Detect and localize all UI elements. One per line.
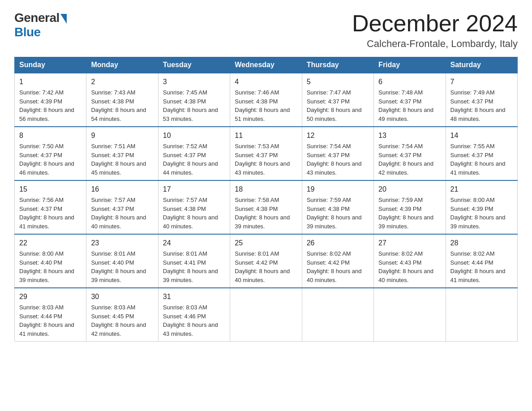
sunrise-text: Sunrise: 7:51 AM <box>91 143 135 150</box>
sunrise-text: Sunrise: 8:01 AM <box>91 250 135 257</box>
daylight-text: Daylight: 8 hours and 40 minutes. <box>307 268 362 283</box>
day-number: 19 <box>307 184 369 195</box>
sunset-text: Sunset: 4:38 PM <box>163 206 206 212</box>
sunrise-text: Sunrise: 7:57 AM <box>163 197 207 203</box>
daylight-text: Daylight: 8 hours and 40 minutes. <box>163 214 218 230</box>
weekday-header: Saturday <box>446 57 517 73</box>
sunset-text: Sunset: 4:37 PM <box>91 206 134 212</box>
sunset-text: Sunset: 4:37 PM <box>307 152 350 158</box>
weekday-header: Sunday <box>15 57 86 73</box>
sunrise-text: Sunrise: 7:58 AM <box>235 197 279 203</box>
day-number: 3 <box>163 77 225 87</box>
sunset-text: Sunset: 4:37 PM <box>19 152 62 158</box>
logo-blue-text: Blue <box>14 25 41 39</box>
daylight-text: Daylight: 8 hours and 43 minutes. <box>163 321 218 337</box>
calendar-cell: 19Sunrise: 7:59 AMSunset: 4:38 PMDayligh… <box>302 180 373 234</box>
calendar-cell: 7Sunrise: 7:49 AMSunset: 4:37 PMDaylight… <box>446 73 517 127</box>
daylight-text: Daylight: 8 hours and 43 minutes. <box>307 160 362 176</box>
calendar-week-row: 15Sunrise: 7:56 AMSunset: 4:37 PMDayligh… <box>15 180 518 234</box>
calendar-cell: 18Sunrise: 7:58 AMSunset: 4:38 PMDayligh… <box>230 180 302 234</box>
calendar-week-row: 1Sunrise: 7:42 AMSunset: 4:39 PMDaylight… <box>15 73 518 127</box>
daylight-text: Daylight: 8 hours and 40 minutes. <box>378 268 433 283</box>
sunset-text: Sunset: 4:37 PM <box>19 206 62 212</box>
calendar-cell: 3Sunrise: 7:45 AMSunset: 4:38 PMDaylight… <box>158 73 230 127</box>
calendar-cell: 29Sunrise: 8:03 AMSunset: 4:44 PMDayligh… <box>15 288 86 342</box>
sunrise-text: Sunrise: 7:52 AM <box>163 143 207 150</box>
sunrise-text: Sunrise: 8:01 AM <box>163 250 207 257</box>
sunrise-text: Sunrise: 7:54 AM <box>378 143 423 150</box>
calendar-cell: 5Sunrise: 7:47 AMSunset: 4:37 PMDaylight… <box>302 73 373 127</box>
sunset-text: Sunset: 4:42 PM <box>235 259 278 266</box>
day-number: 2 <box>91 77 153 87</box>
sunrise-text: Sunrise: 7:55 AM <box>450 143 495 150</box>
sunset-text: Sunset: 4:39 PM <box>378 206 421 212</box>
calendar-cell: 26Sunrise: 8:02 AMSunset: 4:42 PMDayligh… <box>302 234 373 288</box>
title-block: December 2024 Calchera-Frontale, Lombard… <box>352 11 518 50</box>
sunset-text: Sunset: 4:38 PM <box>307 206 350 212</box>
weekday-header: Wednesday <box>230 57 302 73</box>
sunrise-text: Sunrise: 7:59 AM <box>378 197 423 203</box>
sunrise-text: Sunrise: 7:47 AM <box>307 89 351 96</box>
calendar-cell: 24Sunrise: 8:01 AMSunset: 4:41 PMDayligh… <box>158 234 230 288</box>
sunrise-text: Sunrise: 7:43 AM <box>91 89 135 96</box>
calendar-week-row: 22Sunrise: 8:00 AMSunset: 4:40 PMDayligh… <box>15 234 518 288</box>
day-number: 15 <box>19 184 82 195</box>
sunrise-text: Sunrise: 7:46 AM <box>235 89 279 96</box>
daylight-text: Daylight: 8 hours and 43 minutes. <box>235 160 290 176</box>
sunrise-text: Sunrise: 7:45 AM <box>163 89 207 96</box>
calendar-cell: 12Sunrise: 7:54 AMSunset: 4:37 PMDayligh… <box>302 127 373 180</box>
sunset-text: Sunset: 4:37 PM <box>307 98 350 105</box>
sunset-text: Sunset: 4:43 PM <box>378 259 421 266</box>
daylight-text: Daylight: 8 hours and 39 minutes. <box>19 268 74 283</box>
day-number: 29 <box>19 291 82 302</box>
calendar-cell: 21Sunrise: 8:00 AMSunset: 4:39 PMDayligh… <box>446 180 517 234</box>
sunset-text: Sunset: 4:42 PM <box>307 259 350 266</box>
sunrise-text: Sunrise: 7:50 AM <box>19 143 64 150</box>
calendar-cell: 10Sunrise: 7:52 AMSunset: 4:37 PMDayligh… <box>158 127 230 180</box>
day-number: 23 <box>91 238 153 248</box>
sunrise-text: Sunrise: 8:03 AM <box>163 304 207 311</box>
daylight-text: Daylight: 8 hours and 44 minutes. <box>163 160 218 176</box>
day-number: 28 <box>450 238 513 248</box>
sunset-text: Sunset: 4:37 PM <box>235 152 278 158</box>
calendar-cell: 27Sunrise: 8:02 AMSunset: 4:43 PMDayligh… <box>374 234 446 288</box>
sunset-text: Sunset: 4:37 PM <box>450 152 493 158</box>
sunrise-text: Sunrise: 7:42 AM <box>19 89 64 96</box>
daylight-text: Daylight: 8 hours and 45 minutes. <box>91 160 146 176</box>
sunrise-text: Sunrise: 8:02 AM <box>450 250 495 257</box>
daylight-text: Daylight: 8 hours and 53 minutes. <box>163 107 218 122</box>
sunset-text: Sunset: 4:39 PM <box>19 98 62 105</box>
calendar-cell: 23Sunrise: 8:01 AMSunset: 4:40 PMDayligh… <box>86 234 158 288</box>
daylight-text: Daylight: 8 hours and 49 minutes. <box>378 107 433 122</box>
day-number: 1 <box>19 77 82 87</box>
calendar-cell: 16Sunrise: 7:57 AMSunset: 4:37 PMDayligh… <box>86 180 158 234</box>
day-number: 8 <box>19 130 82 141</box>
sunrise-text: Sunrise: 7:49 AM <box>450 89 495 96</box>
sunrise-text: Sunrise: 8:00 AM <box>19 250 64 257</box>
calendar-cell: 31Sunrise: 8:03 AMSunset: 4:46 PMDayligh… <box>158 288 230 342</box>
calendar-cell: 28Sunrise: 8:02 AMSunset: 4:44 PMDayligh… <box>446 234 517 288</box>
calendar-cell: 22Sunrise: 8:00 AMSunset: 4:40 PMDayligh… <box>15 234 86 288</box>
daylight-text: Daylight: 8 hours and 50 minutes. <box>307 107 362 122</box>
calendar-cell <box>230 288 302 342</box>
sunset-text: Sunset: 4:37 PM <box>163 152 206 158</box>
day-number: 21 <box>450 184 513 195</box>
day-number: 12 <box>307 130 369 141</box>
weekday-header: Friday <box>374 57 446 73</box>
logo: General Blue <box>14 11 67 39</box>
sunrise-text: Sunrise: 8:03 AM <box>19 304 64 311</box>
daylight-text: Daylight: 8 hours and 42 minutes. <box>91 321 146 337</box>
sunrise-text: Sunrise: 7:59 AM <box>307 197 351 203</box>
calendar-cell: 6Sunrise: 7:48 AMSunset: 4:37 PMDaylight… <box>374 73 446 127</box>
sunset-text: Sunset: 4:38 PM <box>163 98 206 105</box>
calendar-cell <box>302 288 373 342</box>
sunrise-text: Sunrise: 8:01 AM <box>235 250 279 257</box>
daylight-text: Daylight: 8 hours and 41 minutes. <box>450 160 506 176</box>
day-number: 11 <box>235 130 297 141</box>
calendar-cell <box>446 288 517 342</box>
calendar-cell: 17Sunrise: 7:57 AMSunset: 4:38 PMDayligh… <box>158 180 230 234</box>
daylight-text: Daylight: 8 hours and 56 minutes. <box>19 107 74 122</box>
daylight-text: Daylight: 8 hours and 41 minutes. <box>19 321 74 337</box>
day-number: 14 <box>450 130 513 141</box>
day-number: 13 <box>378 130 441 141</box>
